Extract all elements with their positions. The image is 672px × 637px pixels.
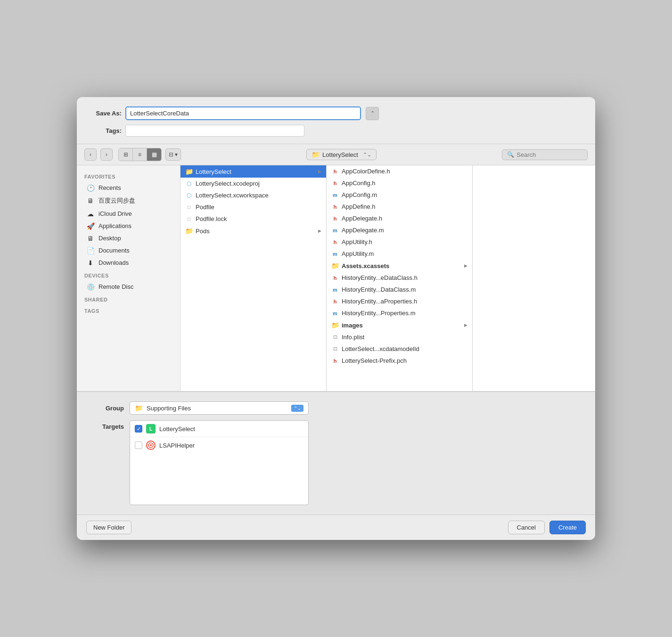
file-name-pods: Pods [196,228,315,235]
file-item-appdelegate-m[interactable]: m AppDelegate.m [327,224,472,236]
remote-disc-icon: 💿 [86,284,95,290]
target-checkbox-lsapihelper[interactable] [135,441,142,449]
file-item-podfile[interactable]: □ Podfile [180,201,326,213]
view-cover-button[interactable]: ⊟ ▾ [165,148,181,161]
file-name-appconfig-m: AppConfig.m [342,191,467,198]
file-name-images: images [342,322,461,329]
sidebar-item-remote-disc[interactable]: 💿 Remote Disc [79,281,178,293]
sidebar-item-documents[interactable]: 📄 Documents [79,245,178,256]
sidebar-item-recents[interactable]: 🕐 Recents [79,182,178,194]
column-icon: ▦ [152,151,157,158]
h-icon-7: h [331,299,339,304]
file-item-appdelegate-h[interactable]: h AppDelegate.h [327,212,472,224]
file-item-appdefine-h[interactable]: h AppDefine.h [327,201,472,212]
file-item-xcworkspace[interactable]: ⬡ LotterySelect.xcworkspace [180,189,326,201]
file-item-apputility-h[interactable]: h AppUtility.h [327,236,472,248]
file-item-assets-xcassets[interactable]: 📁 Assets.xcassets [327,260,472,272]
sidebar-item-icloud[interactable]: ☁ iCloud Drive [79,208,178,220]
view-list-button[interactable]: ≡ [133,148,147,161]
file-item-appconfig-m[interactable]: m AppConfig.m [327,189,472,201]
target-item-lsapihelper[interactable]: LSAPIHelper [130,437,308,453]
file-name-appdelegate-m: AppDelegate.m [342,227,467,234]
cancel-button[interactable]: Cancel [508,521,545,534]
file-item-images[interactable]: 📁 images [327,319,472,331]
file-name-info-plist: Info.plist [342,334,467,341]
file-item-lotteryselect-prefix-pch[interactable]: h LotterySelect-Prefix.pch [327,355,472,367]
svg-point-4 [150,444,152,446]
file-item-podfile-lock[interactable]: □ Podfile.lock [180,213,326,225]
target-checkbox-lotteryselect[interactable]: ✓ [135,425,142,433]
expand-button[interactable]: ⌃ [366,107,379,120]
tags-input[interactable] [125,125,304,137]
save-as-input-wrapper [125,106,361,120]
file-name-podfile: Podfile [196,204,321,211]
sidebar-item-applications[interactable]: 🚀 Applications [79,220,178,232]
m-icon-1: m [331,192,339,198]
group-folder-icon: 📁 [135,404,143,412]
new-folder-button[interactable]: New Folder [86,521,131,534]
sidebar-item-downloads-label: Downloads [98,259,129,266]
tags-row: Tags: [91,125,581,137]
sidebar-item-desktop[interactable]: 🖥 Desktop [79,232,178,244]
view-column-button[interactable]: ▦ [147,148,161,161]
file-item-xcodeproj[interactable]: ⬡ LotterySelect.xcodeproj [180,178,326,189]
lsapihelper-app-icon [146,441,156,450]
file-column-2: h AppColorDefine.h h AppConfig.h m AppCo… [327,165,473,391]
location-arrows-icon: ⌃⌄ [363,152,371,158]
group-select-arrows-icon: ⌃⌄ [291,405,303,412]
file-name-historyentity-aproperties-h: HistoryEntity...aProperties.h [342,298,467,305]
file-item-historyentity-aproperties-h[interactable]: h HistoryEntity...aProperties.h [327,295,472,307]
search-icon: 🔍 [507,151,514,158]
cover-arrow: ▾ [175,151,178,158]
view-grid-button[interactable]: ⊞ [119,148,133,161]
sidebar-item-baidu[interactable]: 🖥 百度云同步盘 [79,194,178,207]
file-item-apputility-m[interactable]: m AppUtility.m [327,248,472,260]
file-name-historyentity-properties-m: HistoryEntity...Properties.m [342,310,467,317]
downloads-icon: ⬇ [86,260,95,266]
file-item-lotterselect-xcdatamodelid[interactable]: ⊡ LotterSelect...xcdatamodelId [327,343,472,355]
back-button[interactable]: ‹ [84,148,97,161]
shared-header: Shared [77,293,180,304]
documents-icon: 📄 [86,247,95,254]
view-buttons: ⊞ ≡ ▦ [118,148,162,161]
file-item-info-plist[interactable]: ⊡ Info.plist [327,331,472,343]
location-selector[interactable]: 📁 LotterySelect ⌃⌄ [306,149,377,160]
devices-header: Devices [77,269,180,280]
h-icon-5: h [331,239,339,245]
sidebar-item-downloads[interactable]: ⬇ Downloads [79,257,178,269]
group-select[interactable]: 📁 Supporting Files ⌃⌄ [130,401,309,415]
file-item-appcolordefine-h[interactable]: h AppColorDefine.h [327,165,472,177]
footer: New Folder Cancel Create [77,514,595,540]
file-name-apputility-h: AppUtility.h [342,238,467,245]
images-folder-icon: 📁 [331,321,339,329]
forward-button[interactable]: › [100,148,113,161]
favorites-header: Favorites [77,170,180,181]
podfilelock-icon: □ [185,216,193,221]
sidebar-item-desktop-label: Desktop [98,235,121,242]
save-as-input[interactable] [126,107,360,119]
file-item-pods[interactable]: 📁 Pods [180,225,326,237]
h-icon-2: h [331,180,339,186]
file-item-historyentity-properties-m[interactable]: m HistoryEntity...Properties.m [327,307,472,319]
file-item-historyentity-edataclass-h[interactable]: h HistoryEntity...eDataClass.h [327,272,472,284]
file-item-appconfig-h[interactable]: h AppConfig.h [327,177,472,189]
targets-label: Targets [91,420,124,430]
toolbar: ‹ › ⊞ ≡ ▦ ⊟ ▾ 📁 LotterySelect ⌃⌄ 🔍 [77,144,595,165]
browser-area: Favorites 🕐 Recents 🖥 百度云同步盘 ☁ iCloud Dr… [77,165,595,392]
m-icon-4: m [331,287,339,293]
file-name-xcworkspace: LotterySelect.xcworkspace [196,192,321,199]
location-name: LotterySelect [322,151,358,158]
file-item-historyentity-dataclass-m[interactable]: m HistoryEntity...DataClass.m [327,284,472,295]
search-input[interactable] [516,151,582,158]
footer-right: Cancel Create [508,521,586,534]
create-button[interactable]: Create [549,521,586,534]
file-name-podfile-lock: Podfile.lock [196,215,321,222]
tags-header: Tags [77,304,180,316]
desktop-icon: 🖥 [86,235,95,242]
target-item-lotteryselect[interactable]: ✓ L LotterySelect [130,421,308,437]
file-name-lotteryselect: LotterySelect [196,168,315,175]
file-item-lotteryselect[interactable]: 📁 LotterySelect [180,165,326,178]
list-icon: ≡ [138,151,141,158]
sidebar-item-remote-disc-label: Remote Disc [98,283,133,290]
m-icon-5: m [331,310,339,316]
